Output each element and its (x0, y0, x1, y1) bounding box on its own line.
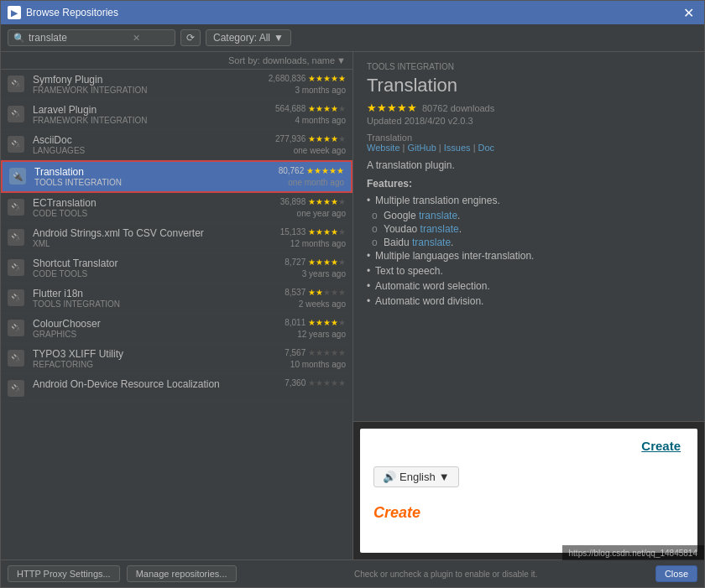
plugin-icon: 🔌 (8, 259, 24, 276)
plugin-downloads: 277,936 ★★★★★ (275, 134, 346, 143)
list-item[interactable]: 🔌 ECTranslation 36,898 ★★★★★ CODE TOOLS … (1, 193, 352, 223)
plugin-category: CODE TOOLS (33, 269, 279, 278)
sort-arrow-icon: ▼ (337, 55, 346, 65)
plugin-name: TYPO3 XLIFF Utility (33, 348, 279, 360)
plugin-name: Laravel Plugin (33, 104, 270, 116)
plugin-downloads: 2,680,836 ★★★★★ (269, 74, 346, 83)
plugin-icon: 🔌 (9, 168, 26, 185)
list-item[interactable]: 🔌 Translation 80,762 ★★★★★ TOOLS INTEGRA… (1, 160, 352, 193)
sort-label: Sort by: downloads, name (228, 55, 335, 65)
refresh-button[interactable]: ⟳ (180, 29, 201, 46)
dropdown-arrow-icon: ▼ (439, 471, 450, 483)
close-button[interactable]: Close (655, 565, 697, 582)
preview-create-button[interactable]: Create (641, 439, 681, 453)
list-item[interactable]: 🔌 Symfony Plugin 2,680,836 ★★★★★ FRAMEWO… (1, 70, 352, 100)
plugin-category: TOOLS INTEGRATION (33, 299, 279, 309)
list-header: Sort by: downloads, name ▼ (1, 52, 352, 70)
list-item[interactable]: 🔌 TYPO3 XLIFF Utility 7,567 ★★★★★ REFACT… (1, 344, 352, 374)
website-link[interactable]: Website (367, 143, 400, 153)
list-item[interactable]: 🔌 AsciiDoc 277,936 ★★★★★ LANGUAGES one w… (1, 130, 352, 160)
browse-repositories-window: ▶ Browse Repositories ✕ 🔍 ✕ ⟳ Category: … (0, 0, 705, 588)
search-input[interactable] (29, 32, 129, 44)
detail-description: A translation plugin. (367, 159, 691, 171)
title-bar: ▶ Browse Repositories ✕ (1, 1, 704, 24)
list-item[interactable]: 🔌 Laravel Plugin 564,688 ★★★★★ FRAMEWORK… (1, 100, 352, 130)
plugin-age: 10 months ago (285, 360, 346, 369)
watermark-url: https://blog.csdn.net/qq_14845814 (569, 549, 697, 558)
list-item[interactable]: 🔌 Android On-Device Resource Localizatio… (1, 374, 352, 402)
plugin-downloads: 7,360 ★★★★★ (285, 378, 346, 388)
bottom-bar: HTTP Proxy Settings... Manage repositori… (1, 559, 704, 587)
detail-sub-feature: Youdao translate. (367, 223, 691, 235)
search-clear-button[interactable]: ✕ (133, 33, 140, 44)
plugin-category: GRAPHICS (33, 330, 279, 339)
plugin-icon: 🔌 (8, 106, 24, 122)
detail-feature: Text to speech. (367, 265, 691, 277)
preview-language-dropdown[interactable]: 🔊 English ▼ (373, 466, 459, 487)
plugin-category: REFACTORING (33, 360, 279, 369)
detail-feature: Multiple translation engines. (367, 195, 691, 206)
window-icon: ▶ (8, 6, 21, 19)
plugin-icon: 🔌 (8, 380, 24, 397)
category-dropdown[interactable]: Category: All ▼ (206, 29, 291, 46)
window-title: Browse Repositories (26, 7, 680, 18)
search-icon: 🔍 (13, 33, 25, 44)
plugin-category: TOOLS INTEGRATION (34, 178, 274, 187)
plugin-icon: 🔌 (8, 136, 24, 153)
language-label: English (400, 471, 436, 483)
doc-link[interactable]: Doc (478, 143, 495, 153)
list-item[interactable]: 🔌 ColourChooser 8,011 ★★★★★ GRAPHICS 12 … (1, 314, 352, 344)
issues-link[interactable]: Issues (444, 143, 471, 153)
http-proxy-button[interactable]: HTTP Proxy Settings... (8, 565, 120, 582)
detail-sub-feature: Baidu translate. (367, 237, 691, 248)
plugin-name: Flutter i18n (33, 288, 279, 299)
detail-updated: Updated 2018/4/20 v2.0.3 (367, 116, 691, 126)
plugin-icon: 🔌 (8, 75, 24, 92)
detail-plugin-label: Translation (367, 133, 412, 143)
plugin-age: 12 years ago (285, 330, 346, 339)
plugin-name: Android Strings.xml To CSV Converter (33, 227, 275, 239)
plugin-downloads: 564,688 ★★★★★ (275, 104, 346, 113)
preview-section: Create 🔊 English ▼ Create (353, 421, 704, 559)
plugin-age: one year ago (280, 209, 346, 218)
preview-create-label[interactable]: Create (373, 504, 420, 522)
plugin-icon: 🔌 (8, 199, 24, 216)
search-box[interactable]: 🔍 ✕ (8, 29, 175, 46)
category-label: Category: All (213, 32, 270, 44)
plugin-downloads: 15,133 ★★★★★ (280, 227, 346, 237)
plugin-list-panel: Sort by: downloads, name ▼ 🔌 Symfony Plu… (1, 52, 353, 559)
content-area: Sort by: downloads, name ▼ 🔌 Symfony Plu… (1, 52, 704, 559)
plugin-downloads: 8,537 ★★★★★ (285, 288, 346, 297)
plugin-age: 3 years ago (285, 269, 346, 278)
plugin-name: Shortcut Translator (33, 258, 279, 269)
plugin-age: 4 months ago (275, 116, 346, 125)
detail-feature: Multiple languages inter-translation. (367, 250, 691, 262)
list-item[interactable]: 🔌 Android Strings.xml To CSV Converter 1… (1, 223, 352, 253)
window-close-button[interactable]: ✕ (680, 5, 697, 21)
plugin-downloads: 8,727 ★★★★★ (285, 258, 346, 267)
github-link[interactable]: GitHub (408, 143, 436, 153)
detail-scroll[interactable]: TOOLS INTEGRATION Translation ★★★★★ 8076… (353, 52, 704, 421)
speaker-icon: 🔊 (383, 471, 396, 483)
plugin-name: Symfony Plugin (33, 74, 264, 86)
manage-repositories-button[interactable]: Manage repositories... (127, 565, 237, 582)
detail-category: TOOLS INTEGRATION (367, 62, 691, 71)
detail-sub-feature: Google translate. (367, 210, 691, 221)
plugin-age: one week ago (275, 146, 346, 155)
detail-downloads: 80762 downloads (422, 103, 494, 113)
plugin-name: ColourChooser (33, 318, 279, 330)
plugin-icon: 🔌 (8, 229, 24, 246)
list-item[interactable]: 🔌 Shortcut Translator 8,727 ★★★★★ CODE T… (1, 253, 352, 284)
plugin-age: one month ago (279, 178, 344, 187)
plugin-icon: 🔌 (8, 320, 24, 336)
plugin-name: AsciiDoc (33, 134, 270, 146)
list-item[interactable]: 🔌 Flutter i18n 8,537 ★★★★★ TOOLS INTEGRA… (1, 284, 352, 314)
plugin-list-scroll[interactable]: 🔌 Symfony Plugin 2,680,836 ★★★★★ FRAMEWO… (1, 70, 352, 559)
category-arrow-icon: ▼ (274, 32, 284, 44)
plugin-age: 12 months ago (280, 239, 346, 248)
plugin-icon: 🔌 (8, 350, 24, 367)
plugin-category: FRAMEWORK INTEGRATION (33, 116, 270, 125)
detail-feature: Automatic word division. (367, 295, 691, 307)
detail-panel: TOOLS INTEGRATION Translation ★★★★★ 8076… (353, 52, 704, 559)
detail-features-title: Features: (367, 178, 691, 190)
